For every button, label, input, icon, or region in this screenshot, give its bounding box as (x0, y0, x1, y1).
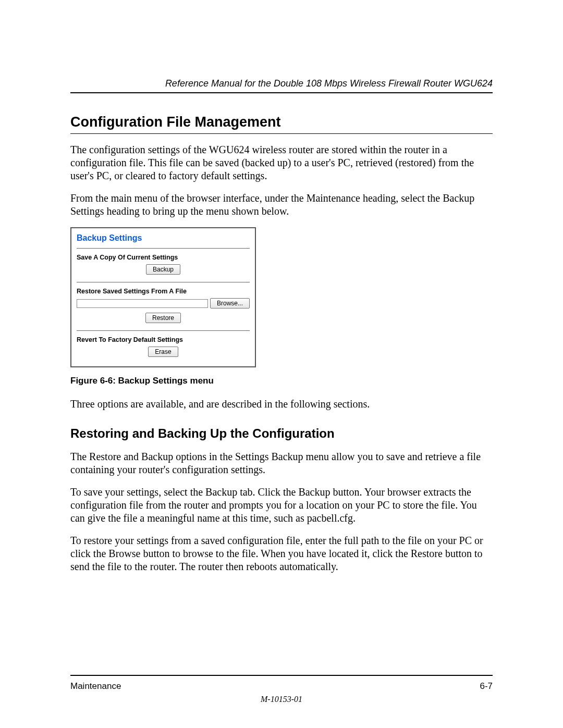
section-heading: Configuration File Management (70, 114, 493, 134)
restore-group: Restore Saved Settings From A File Brows… (77, 282, 250, 331)
save-copy-label: Save A Copy Of Current Settings (77, 254, 250, 261)
body-paragraph: The configuration settings of the WGU624… (70, 143, 493, 182)
page: Reference Manual for the Double 108 Mbps… (0, 0, 563, 728)
body-paragraph: The Restore and Backup options in the Se… (70, 450, 493, 476)
body-paragraph: From the main menu of the browser interf… (70, 192, 493, 218)
panel-title: Backup Settings (77, 232, 250, 249)
footer-rule (70, 675, 493, 676)
revert-group: Revert To Factory Default Settings Erase (77, 331, 250, 357)
save-copy-group: Save A Copy Of Current Settings Backup (77, 249, 250, 282)
backup-button[interactable]: Backup (146, 264, 180, 275)
browse-button[interactable]: Browse... (210, 298, 250, 309)
body-paragraph: Three options are available, and are des… (70, 398, 493, 411)
running-header: Reference Manual for the Double 108 Mbps… (70, 78, 493, 93)
footer-page-number: 6-7 (480, 681, 493, 692)
body-paragraph: To save your settings, select the Backup… (70, 486, 493, 525)
footer-left: Maintenance (70, 681, 121, 692)
restore-file-input[interactable] (77, 299, 208, 308)
erase-button[interactable]: Erase (148, 347, 178, 357)
body-paragraph: To restore your settings from a saved co… (70, 534, 493, 573)
footer-row: Maintenance 6-7 (70, 681, 493, 692)
figure-caption: Figure 6-6: Backup Settings menu (70, 376, 493, 386)
backup-settings-panel: Backup Settings Save A Copy Of Current S… (70, 227, 256, 367)
subsection-heading: Restoring and Backing Up the Configurati… (70, 426, 493, 441)
revert-label: Revert To Factory Default Settings (77, 336, 250, 343)
doc-number: M-10153-01 (0, 695, 563, 704)
restore-label: Restore Saved Settings From A File (77, 288, 250, 295)
restore-button[interactable]: Restore (145, 313, 181, 323)
